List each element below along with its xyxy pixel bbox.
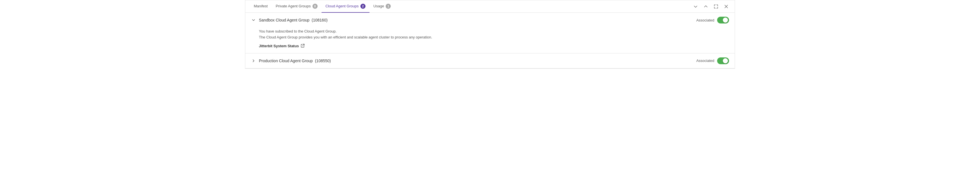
sandbox-associated-label: Associated <box>696 18 714 22</box>
tab-bar-actions <box>692 3 730 11</box>
chevron-up-button[interactable] <box>702 3 710 11</box>
sandbox-card-body: You have subscribed to the Cloud Agent G… <box>245 27 735 53</box>
sandbox-card-header-left: Sandbox Cloud Agent Group (108160) <box>251 17 696 23</box>
chevron-down-button[interactable] <box>692 3 700 11</box>
tab-cloud-agent-groups[interactable]: Cloud Agent Groups 2 <box>321 0 369 13</box>
production-card-header-right: Associated <box>696 57 729 64</box>
jitterbit-status-link[interactable]: Jitterbit System Status <box>259 44 299 48</box>
production-toggle-slider <box>717 57 729 64</box>
production-card-title: Production Cloud Agent Group (108550) <box>259 58 331 63</box>
sandbox-toggle[interactable] <box>717 17 729 24</box>
tab-usage-badge: 1 <box>386 4 391 9</box>
production-associated-label: Associated <box>696 58 714 63</box>
production-toggle[interactable] <box>717 57 729 64</box>
sandbox-card-header[interactable]: Sandbox Cloud Agent Group (108160) Assoc… <box>245 13 735 27</box>
tab-usage[interactable]: Usage 1 <box>369 0 395 13</box>
sandbox-card-title: Sandbox Cloud Agent Group (108160) <box>259 18 328 22</box>
external-link-icon[interactable] <box>301 44 305 48</box>
expand-button[interactable] <box>712 3 720 11</box>
content-area: Sandbox Cloud Agent Group (108160) Assoc… <box>245 13 735 68</box>
tab-manifest[interactable]: Manifest <box>250 0 272 13</box>
production-card-header[interactable]: Production Cloud Agent Group (108550) As… <box>245 54 735 68</box>
close-button[interactable] <box>722 3 730 11</box>
tab-private-agent-groups-badge: 0 <box>312 4 318 9</box>
tab-bar: Manifest Private Agent Groups 0 Cloud Ag… <box>245 0 735 13</box>
sandbox-chevron-icon[interactable] <box>251 17 256 23</box>
main-container: Manifest Private Agent Groups 0 Cloud Ag… <box>245 0 735 69</box>
production-card-header-left: Production Cloud Agent Group (108550) <box>251 58 696 63</box>
tab-private-agent-groups[interactable]: Private Agent Groups 0 <box>272 0 321 13</box>
tab-cloud-agent-groups-badge: 2 <box>360 4 366 9</box>
sandbox-link-row: Jitterbit System Status <box>259 44 729 48</box>
sandbox-card-header-right: Associated <box>696 17 729 24</box>
production-card: Production Cloud Agent Group (108550) As… <box>245 54 735 68</box>
sandbox-description: You have subscribed to the Cloud Agent G… <box>259 28 729 41</box>
sandbox-toggle-slider <box>717 17 729 24</box>
sandbox-card: Sandbox Cloud Agent Group (108160) Assoc… <box>245 13 735 54</box>
production-chevron-icon[interactable] <box>251 58 256 63</box>
